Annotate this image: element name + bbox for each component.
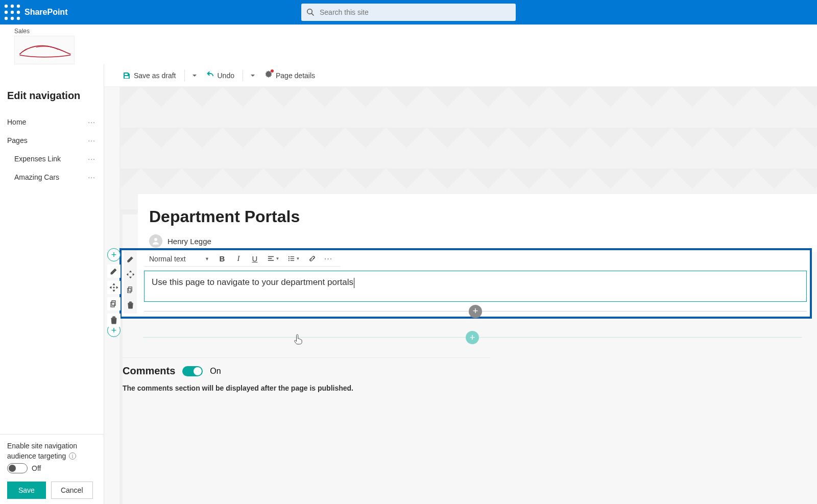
nav-item-label: Expenses Link [7, 155, 88, 163]
add-webpart-button[interactable]: + [469, 305, 482, 318]
insert-section-button[interactable]: + [466, 331, 479, 344]
comments-toggle[interactable] [182, 366, 203, 376]
brand-label[interactable]: SharePoint [25, 8, 67, 17]
comments-toggle-state: On [210, 367, 221, 376]
webpart-toolbar [124, 250, 137, 314]
svg-point-3 [5, 11, 8, 14]
info-icon[interactable]: i [69, 452, 76, 460]
copy-icon [110, 300, 118, 308]
author-name[interactable]: Henry Legge [167, 237, 211, 246]
list-button[interactable]: ▼ [285, 252, 302, 266]
site-header: Sales [0, 25, 817, 64]
search-input[interactable] [320, 8, 511, 16]
car-logo-icon [17, 41, 72, 59]
more-icon: ··· [324, 254, 332, 263]
chevron-down-icon: ▼ [205, 256, 209, 261]
suite-bar: SharePoint [0, 0, 817, 25]
avatar[interactable] [149, 234, 162, 248]
svg-point-7 [11, 17, 14, 20]
nav-item-more-icon[interactable]: ··· [88, 173, 95, 181]
delete-icon [110, 316, 118, 324]
chevron-down-icon: ▼ [296, 256, 300, 261]
nav-item-expenses-link[interactable]: Expenses Link ··· [7, 150, 97, 168]
audience-label-line2: audience targeting [7, 452, 66, 460]
text-style-value: Normal text [149, 255, 186, 263]
delete-section-button[interactable] [107, 314, 121, 327]
nav-item-home[interactable]: Home ··· [7, 113, 97, 131]
selected-webpart-frame: Normal text ▼ B I U ▼ [119, 248, 812, 319]
italic-button[interactable]: I [232, 252, 245, 266]
section-wrapper: + + [104, 248, 817, 319]
nav-item-pages[interactable]: Pages ··· [7, 131, 97, 150]
nav-panel-title: Edit navigation [7, 90, 97, 102]
audience-targeting-toggle[interactable] [7, 463, 28, 473]
link-button[interactable] [305, 252, 319, 266]
align-button[interactable]: ▼ [265, 252, 282, 266]
duplicate-section-button[interactable] [107, 297, 121, 310]
align-left-icon [267, 255, 275, 262]
underline-button[interactable]: U [248, 252, 261, 266]
cursor-pointer-icon [294, 333, 303, 346]
nav-item-more-icon[interactable]: ··· [88, 136, 95, 145]
undo-label: Undo [218, 71, 234, 80]
text-style-select[interactable]: Normal text ▼ [146, 253, 212, 265]
nav-item-more-icon[interactable]: ··· [88, 155, 95, 163]
breadcrumb[interactable]: Sales [14, 28, 803, 35]
chevron-down-icon [192, 73, 197, 78]
separator [243, 70, 243, 81]
search-box[interactable] [301, 4, 516, 21]
nav-item-label: Home [7, 118, 88, 126]
save-button[interactable]: Save [7, 482, 46, 499]
save-icon [123, 71, 131, 80]
italic-icon: I [237, 254, 240, 263]
gear-icon [265, 70, 273, 80]
page-title[interactable]: Department Portals [149, 207, 806, 226]
svg-point-12 [288, 260, 289, 261]
comments-area: Comments On The comments section will be… [123, 357, 490, 392]
app-launcher-button[interactable] [4, 4, 20, 20]
underline-icon: U [252, 254, 258, 263]
chevron-down-icon [250, 73, 255, 78]
move-section-button[interactable] [107, 281, 121, 294]
cancel-button[interactable]: Cancel [51, 482, 93, 499]
title-area: Department Portals Henry Legge [138, 194, 817, 252]
site-logo[interactable] [14, 36, 75, 64]
save-as-draft-button[interactable]: Save as draft [118, 68, 180, 83]
svg-point-1 [11, 5, 14, 8]
save-as-draft-label: Save as draft [134, 71, 176, 80]
svg-point-8 [17, 17, 20, 20]
nav-item-label: Pages [7, 136, 88, 145]
page-details-label: Page details [276, 71, 315, 80]
left-nav-panel: Edit navigation Home ··· Pages ··· Expen… [0, 64, 104, 504]
edit-section-button[interactable] [107, 265, 121, 278]
svg-point-10 [288, 256, 289, 257]
bold-button[interactable]: B [215, 252, 229, 266]
nav-item-amazing-cars[interactable]: Amazing Cars ··· [7, 168, 97, 186]
webpart-move-button[interactable] [124, 268, 137, 281]
undo-icon [206, 71, 214, 80]
svg-point-2 [17, 5, 20, 8]
page-details-button[interactable]: Page details [260, 67, 319, 83]
svg-point-11 [288, 258, 289, 259]
webpart-delete-button[interactable] [124, 298, 137, 311]
text-editor[interactable]: Use this page to navigate to your depart… [144, 271, 807, 302]
webpart-duplicate-button[interactable] [124, 283, 137, 296]
undo-button[interactable]: Undo [202, 68, 238, 83]
insert-section-area: + [143, 337, 802, 338]
webpart-edit-button[interactable] [124, 252, 137, 266]
save-draft-chevron[interactable] [189, 68, 200, 83]
nav-item-more-icon[interactable]: ··· [88, 118, 95, 126]
edit-icon [110, 267, 118, 275]
text-caret [354, 278, 354, 288]
author-row: Henry Legge [149, 234, 806, 248]
bold-icon: B [220, 254, 225, 263]
text-webpart: Normal text ▼ B I U ▼ [141, 250, 810, 317]
undo-chevron[interactable] [247, 68, 258, 83]
bullet-list-icon [287, 255, 295, 262]
page-canvas: Department Portals Henry Legge + + [104, 87, 817, 504]
nav-item-label: Amazing Cars [7, 173, 88, 181]
more-button[interactable]: ··· [322, 252, 335, 266]
link-icon [308, 255, 316, 262]
add-section-button-top[interactable]: + [107, 248, 121, 261]
comments-note: The comments section will be displayed a… [123, 384, 490, 392]
